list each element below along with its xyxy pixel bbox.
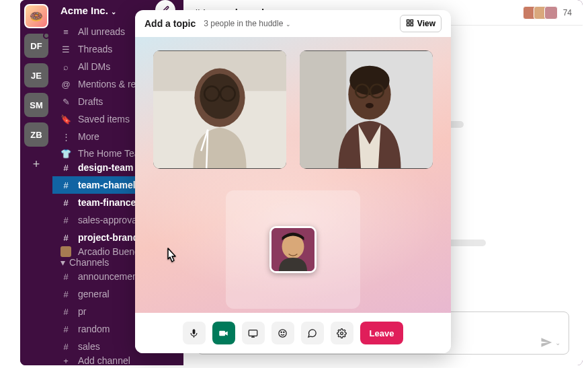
settings-button[interactable] (331, 322, 353, 344)
workspace-name[interactable]: Acme Inc. ⌄ (60, 5, 116, 16)
add-channel-button[interactable]: + Add channel (52, 355, 183, 365)
nav-icon: @ (60, 79, 71, 89)
huddle-window: Add a topic 3 people in the huddle ⌄ Vie… (135, 10, 451, 353)
add-workspace-button[interactable]: + (24, 152, 48, 176)
svg-rect-2 (407, 24, 409, 26)
hash-icon: # (60, 272, 71, 282)
participant-video-2[interactable] (300, 50, 433, 169)
huddle-controls: Leave (135, 313, 451, 353)
svg-rect-24 (219, 330, 225, 336)
nav-icon: ✎ (60, 97, 71, 107)
workspace-icon[interactable]: 🍩 (24, 4, 48, 28)
hash-icon: # (60, 342, 71, 352)
huddle-stage (135, 37, 451, 313)
self-video[interactable] (269, 226, 317, 273)
hash-icon: # (60, 198, 71, 208)
chevron-down-icon: ⌄ (555, 339, 560, 346)
nav-icon: ☰ (60, 44, 71, 54)
huddle-participants[interactable]: 3 people in the huddle ⌄ (204, 19, 290, 28)
rail-avatar[interactable]: ZB (24, 122, 48, 147)
avatar (60, 246, 71, 257)
nav-icon: ⋮ (60, 132, 71, 142)
svg-rect-1 (411, 20, 413, 22)
channel-members[interactable]: 74 (526, 6, 572, 20)
caret-down-icon: ▾ (60, 257, 65, 268)
hash-icon: # (60, 307, 71, 317)
member-avatar (544, 6, 558, 20)
svg-rect-25 (249, 330, 257, 336)
hash-icon: # (60, 289, 71, 299)
svg-point-31 (341, 332, 343, 334)
hash-icon: # (60, 215, 71, 225)
shirt-icon: 👕 (60, 149, 71, 159)
svg-rect-14 (300, 51, 346, 168)
camera-button[interactable] (212, 322, 235, 344)
view-toggle-button[interactable]: View (400, 15, 442, 32)
plus-icon: + (60, 356, 71, 366)
participant-video-1[interactable] (153, 50, 286, 169)
hash-icon: # (60, 163, 71, 173)
reactions-button[interactable] (271, 322, 294, 344)
huddle-header: Add a topic 3 people in the huddle ⌄ Vie… (135, 10, 451, 37)
nav-icon: ⌕ (60, 62, 71, 72)
hash-icon: # (60, 180, 71, 190)
self-video-container (226, 190, 360, 309)
send-button[interactable]: ⌄ (540, 336, 560, 348)
share-screen-button[interactable] (242, 322, 265, 344)
mic-button[interactable] (183, 322, 206, 344)
thread-button[interactable] (301, 322, 324, 344)
svg-point-28 (279, 329, 286, 336)
leave-button[interactable]: Leave (360, 322, 404, 344)
svg-rect-3 (411, 24, 413, 26)
add-topic-button[interactable]: Add a topic (144, 18, 196, 29)
hash-icon: # (60, 324, 71, 334)
member-count: 74 (563, 8, 572, 17)
grid-icon (406, 19, 414, 29)
svg-point-29 (281, 332, 282, 332)
svg-rect-0 (407, 20, 409, 22)
rail-avatar[interactable]: JE (24, 63, 48, 87)
hash-icon: # (60, 233, 71, 243)
workspace-rail: 🍩 DF JE SM ZB + (20, 0, 52, 365)
rail-avatar[interactable]: DF (24, 34, 48, 58)
nav-icon: 🔖 (60, 114, 71, 124)
svg-point-30 (284, 332, 284, 332)
svg-point-20 (366, 103, 374, 108)
rail-avatar[interactable]: SM (24, 93, 48, 117)
nav-icon: ≡ (60, 27, 71, 37)
